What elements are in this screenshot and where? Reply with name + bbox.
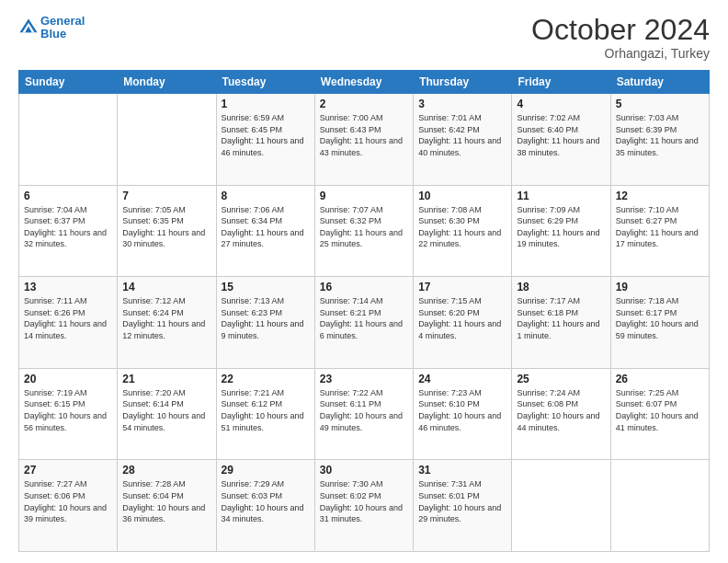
calendar-day-cell: 9Sunrise: 7:07 AMSunset: 6:32 PMDaylight…: [314, 185, 413, 277]
calendar-day-cell: 10Sunrise: 7:08 AMSunset: 6:30 PMDayligh…: [414, 185, 512, 277]
day-number: 1: [222, 98, 310, 110]
calendar-day-cell: 18Sunrise: 7:17 AMSunset: 6:18 PMDayligh…: [512, 277, 610, 369]
day-info: Sunrise: 7:22 AMSunset: 6:11 PMDaylight:…: [320, 387, 408, 433]
day-info: Sunrise: 7:24 AMSunset: 6:08 PMDaylight:…: [517, 387, 605, 433]
calendar-week-row: 27Sunrise: 7:27 AMSunset: 6:06 PMDayligh…: [19, 460, 710, 552]
day-number: 19: [616, 281, 704, 293]
calendar-day-cell: 11Sunrise: 7:09 AMSunset: 6:29 PMDayligh…: [512, 185, 610, 277]
page: General Blue October 2024 Orhangazi, Tur…: [0, 0, 728, 563]
day-number: 27: [24, 464, 112, 477]
day-info: Sunrise: 7:21 AMSunset: 6:12 PMDaylight:…: [222, 387, 310, 433]
calendar-day-cell: [118, 94, 216, 186]
calendar-day-cell: 8Sunrise: 7:06 AMSunset: 6:34 PMDaylight…: [216, 185, 314, 277]
day-info: Sunrise: 7:27 AMSunset: 6:06 PMDaylight:…: [24, 478, 112, 524]
calendar-day-cell: 3Sunrise: 7:01 AMSunset: 6:42 PMDaylight…: [414, 94, 512, 186]
day-info: Sunrise: 7:23 AMSunset: 6:10 PMDaylight:…: [418, 387, 506, 433]
day-info: Sunrise: 7:30 AMSunset: 6:02 PMDaylight:…: [320, 478, 408, 524]
day-info: Sunrise: 6:59 AMSunset: 6:45 PMDaylight:…: [222, 112, 310, 158]
calendar-day-cell: 15Sunrise: 7:13 AMSunset: 6:23 PMDayligh…: [216, 277, 314, 369]
day-number: 12: [616, 190, 704, 202]
day-number: 16: [320, 281, 408, 293]
calendar-day-cell: 30Sunrise: 7:30 AMSunset: 6:02 PMDayligh…: [314, 460, 413, 552]
day-info: Sunrise: 7:02 AMSunset: 6:40 PMDaylight:…: [517, 112, 605, 158]
day-number: 5: [616, 98, 704, 110]
calendar-day-cell: 29Sunrise: 7:29 AMSunset: 6:03 PMDayligh…: [216, 460, 314, 552]
day-info: Sunrise: 7:08 AMSunset: 6:30 PMDaylight:…: [418, 204, 506, 250]
calendar-day-cell: 5Sunrise: 7:03 AMSunset: 6:39 PMDaylight…: [610, 94, 709, 186]
calendar-day-cell: 2Sunrise: 7:00 AMSunset: 6:43 PMDaylight…: [314, 94, 413, 186]
day-number: 23: [320, 373, 408, 385]
day-info: Sunrise: 7:19 AMSunset: 6:15 PMDaylight:…: [24, 387, 112, 433]
day-number: 10: [418, 190, 506, 202]
calendar-day-cell: 16Sunrise: 7:14 AMSunset: 6:21 PMDayligh…: [314, 277, 413, 369]
day-number: 29: [222, 464, 310, 477]
day-info: Sunrise: 7:29 AMSunset: 6:03 PMDaylight:…: [222, 478, 310, 524]
calendar-day-cell: 1Sunrise: 6:59 AMSunset: 6:45 PMDaylight…: [216, 94, 314, 186]
day-info: Sunrise: 7:15 AMSunset: 6:20 PMDaylight:…: [418, 295, 506, 341]
weekday-header-row: SundayMondayTuesdayWednesdayThursdayFrid…: [19, 71, 710, 94]
weekday-header-cell: Friday: [512, 71, 610, 94]
calendar-day-cell: 7Sunrise: 7:05 AMSunset: 6:35 PMDaylight…: [118, 185, 216, 277]
day-info: Sunrise: 7:18 AMSunset: 6:17 PMDaylight:…: [616, 295, 704, 341]
logo: General Blue: [18, 15, 85, 41]
month-title: October 2024: [531, 15, 710, 44]
day-number: 18: [517, 281, 605, 293]
day-number: 7: [122, 190, 210, 202]
location: Orhangazi, Turkey: [531, 46, 710, 61]
weekday-header-cell: Wednesday: [314, 71, 413, 94]
day-info: Sunrise: 7:06 AMSunset: 6:34 PMDaylight:…: [222, 204, 310, 250]
calendar-body: 1Sunrise: 6:59 AMSunset: 6:45 PMDaylight…: [19, 94, 710, 552]
calendar-day-cell: 13Sunrise: 7:11 AMSunset: 6:26 PMDayligh…: [19, 277, 118, 369]
day-number: 26: [616, 373, 704, 385]
day-number: 3: [418, 98, 506, 110]
day-number: 14: [122, 281, 210, 293]
day-number: 2: [320, 98, 408, 110]
day-info: Sunrise: 7:25 AMSunset: 6:07 PMDaylight:…: [616, 387, 704, 433]
calendar-week-row: 1Sunrise: 6:59 AMSunset: 6:45 PMDaylight…: [19, 94, 710, 186]
day-number: 21: [122, 373, 210, 385]
day-info: Sunrise: 7:31 AMSunset: 6:01 PMDaylight:…: [418, 478, 506, 524]
calendar-day-cell: [512, 460, 610, 552]
day-info: Sunrise: 7:05 AMSunset: 6:35 PMDaylight:…: [122, 204, 210, 250]
calendar-day-cell: 26Sunrise: 7:25 AMSunset: 6:07 PMDayligh…: [610, 368, 709, 460]
calendar-day-cell: 12Sunrise: 7:10 AMSunset: 6:27 PMDayligh…: [610, 185, 709, 277]
calendar-week-row: 20Sunrise: 7:19 AMSunset: 6:15 PMDayligh…: [19, 368, 710, 460]
day-number: 13: [24, 281, 112, 293]
calendar-day-cell: 6Sunrise: 7:04 AMSunset: 6:37 PMDaylight…: [19, 185, 118, 277]
logo-text: General Blue: [40, 15, 85, 41]
weekday-header-cell: Thursday: [414, 71, 512, 94]
day-number: 31: [418, 464, 506, 477]
calendar-day-cell: 21Sunrise: 7:20 AMSunset: 6:14 PMDayligh…: [118, 368, 216, 460]
day-number: 9: [320, 190, 408, 202]
day-info: Sunrise: 7:12 AMSunset: 6:24 PMDaylight:…: [122, 295, 210, 341]
calendar-day-cell: 17Sunrise: 7:15 AMSunset: 6:20 PMDayligh…: [414, 277, 512, 369]
title-block: October 2024 Orhangazi, Turkey: [531, 15, 710, 61]
calendar-week-row: 13Sunrise: 7:11 AMSunset: 6:26 PMDayligh…: [19, 277, 710, 369]
day-info: Sunrise: 7:04 AMSunset: 6:37 PMDaylight:…: [24, 204, 112, 250]
weekday-header-cell: Monday: [118, 71, 216, 94]
calendar-week-row: 6Sunrise: 7:04 AMSunset: 6:37 PMDaylight…: [19, 185, 710, 277]
calendar-header: SundayMondayTuesdayWednesdayThursdayFrid…: [19, 71, 710, 94]
weekday-header-cell: Saturday: [610, 71, 709, 94]
day-info: Sunrise: 7:20 AMSunset: 6:14 PMDaylight:…: [122, 387, 210, 433]
day-info: Sunrise: 7:01 AMSunset: 6:42 PMDaylight:…: [418, 112, 506, 158]
day-info: Sunrise: 7:00 AMSunset: 6:43 PMDaylight:…: [320, 112, 408, 158]
day-number: 17: [418, 281, 506, 293]
day-info: Sunrise: 7:09 AMSunset: 6:29 PMDaylight:…: [517, 204, 605, 250]
day-info: Sunrise: 7:28 AMSunset: 6:04 PMDaylight:…: [122, 478, 210, 524]
day-number: 20: [24, 373, 112, 385]
day-number: 8: [222, 190, 310, 202]
calendar-day-cell: 27Sunrise: 7:27 AMSunset: 6:06 PMDayligh…: [19, 460, 118, 552]
day-number: 4: [517, 98, 605, 110]
day-number: 15: [222, 281, 310, 293]
header: General Blue October 2024 Orhangazi, Tur…: [18, 15, 710, 61]
calendar-day-cell: 4Sunrise: 7:02 AMSunset: 6:40 PMDaylight…: [512, 94, 610, 186]
weekday-header-cell: Sunday: [19, 71, 118, 94]
calendar-day-cell: 23Sunrise: 7:22 AMSunset: 6:11 PMDayligh…: [314, 368, 413, 460]
weekday-header-cell: Tuesday: [216, 71, 314, 94]
calendar-day-cell: 19Sunrise: 7:18 AMSunset: 6:17 PMDayligh…: [610, 277, 709, 369]
day-number: 28: [122, 464, 210, 477]
calendar-day-cell: [610, 460, 709, 552]
calendar-day-cell: 24Sunrise: 7:23 AMSunset: 6:10 PMDayligh…: [414, 368, 512, 460]
calendar-day-cell: [19, 94, 118, 186]
